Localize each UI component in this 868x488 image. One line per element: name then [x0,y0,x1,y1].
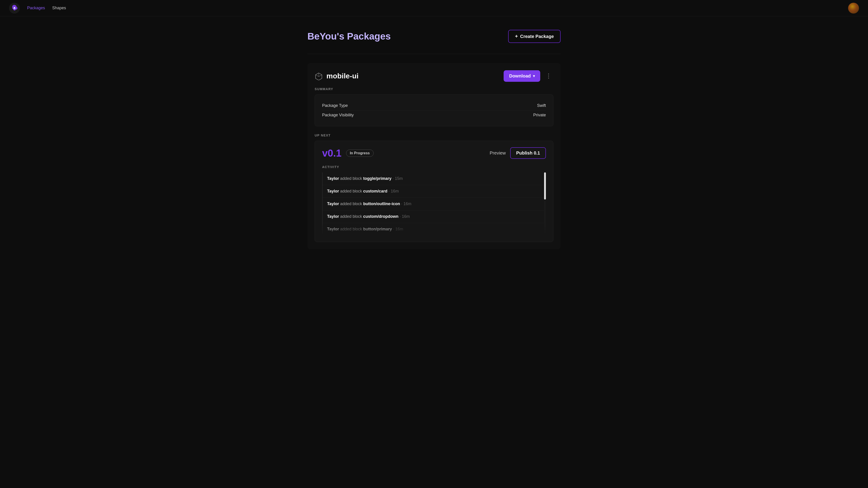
more-options-button[interactable]: ⋮ [544,72,553,80]
create-package-button[interactable]: + Create Package [508,30,561,43]
summary-label: SUMMARY [315,87,553,91]
activity-time: · 16m [401,201,411,206]
activity-action: added block [340,189,362,193]
app-logo[interactable] [9,3,20,13]
activity-section: ACTIVITY Taylor added block toggle/prima… [322,165,546,235]
activity-user: Taylor [327,201,339,206]
download-button[interactable]: Download ▾ [504,70,540,82]
activity-item: Taylor added block button/primary · 16m [322,223,546,235]
version-number: v0.1 [322,148,342,159]
package-name: mobile-ui [327,72,359,80]
download-label: Download [509,73,531,78]
activity-item: Taylor added block custom/dropdown · 16m [322,210,546,223]
activity-user: Taylor [327,227,339,231]
up-next-section: UP NEXT v0.1 In Progress Preview Publish… [315,133,553,242]
package-actions: Download ▾ ⋮ [504,70,553,82]
status-badge: In Progress [346,150,374,157]
up-next-label: UP NEXT [315,133,553,137]
activity-label: ACTIVITY [322,165,546,169]
package-section: mobile-ui Download ▾ ⋮ SUMMARY Package T… [307,63,561,249]
activity-user: Taylor [327,176,339,181]
summary-visibility-value: Private [533,113,546,118]
activity-block: button/primary [363,227,392,231]
package-header: mobile-ui Download ▾ ⋮ [315,70,553,82]
activity-list: Taylor added block toggle/primary · 15mT… [322,172,546,235]
scrollbar-thumb[interactable] [544,172,546,199]
activity-item: Taylor added block button/outline-icon ·… [322,198,546,210]
package-title-row: mobile-ui [315,72,359,80]
svg-point-1 [14,7,15,8]
ellipsis-icon: ⋮ [546,72,552,79]
summary-visibility-row: Package Visibility Private [322,110,546,120]
summary-card: Package Type Swift Package Visibility Pr… [315,94,553,126]
navbar: Packages Shapes [0,0,868,16]
activity-user: Taylor [327,189,339,193]
summary-type-label: Package Type [322,103,348,108]
activity-scroll-area[interactable]: Taylor added block toggle/primary · 15mT… [322,172,546,235]
activity-action: added block [340,227,362,231]
publish-button[interactable]: Publish 0.1 [510,147,546,159]
summary-visibility-label: Package Visibility [322,113,354,118]
summary-type-value: Swift [537,103,546,108]
plus-icon: + [515,33,518,39]
version-actions: Preview Publish 0.1 [490,147,546,159]
activity-block: custom/card [363,189,388,193]
activity-time: · 15m [393,176,403,181]
activity-action: added block [340,201,362,206]
activity-time: · 16m [400,214,410,219]
create-package-label: Create Package [520,34,554,39]
preview-button[interactable]: Preview [490,151,506,156]
activity-item: Taylor added block toggle/primary · 15m [322,172,546,185]
activity-block: button/outline-icon [363,201,400,206]
main-content: BeYou's Packages + Create Package mobile… [298,16,569,263]
activity-action: added block [340,176,362,181]
scrollbar-track [544,172,546,235]
activity-block: toggle/primary [363,176,392,181]
version-card: v0.1 In Progress Preview Publish 0.1 ACT… [315,141,553,242]
activity-block: custom/dropdown [363,214,399,219]
package-icon [315,72,323,80]
navbar-left: Packages Shapes [9,3,66,13]
activity-user: Taylor [327,214,339,219]
nav-link-shapes[interactable]: Shapes [52,6,66,10]
page-header: BeYou's Packages + Create Package [307,30,561,43]
activity-action: added block [340,214,362,219]
summary-section: SUMMARY Package Type Swift Package Visib… [315,87,553,126]
avatar[interactable] [848,3,859,13]
version-left: v0.1 In Progress [322,148,374,159]
nav-link-packages[interactable]: Packages [27,6,45,10]
version-header: v0.1 In Progress Preview Publish 0.1 [322,147,546,159]
nav-links: Packages Shapes [27,6,66,10]
summary-type-row: Package Type Swift [322,101,546,110]
chevron-down-icon: ▾ [533,74,535,78]
activity-time: · 16m [389,189,399,193]
page-title: BeYou's Packages [307,31,391,42]
activity-item: Taylor added block custom/card · 16m [322,185,546,198]
activity-time: · 16m [393,227,403,231]
